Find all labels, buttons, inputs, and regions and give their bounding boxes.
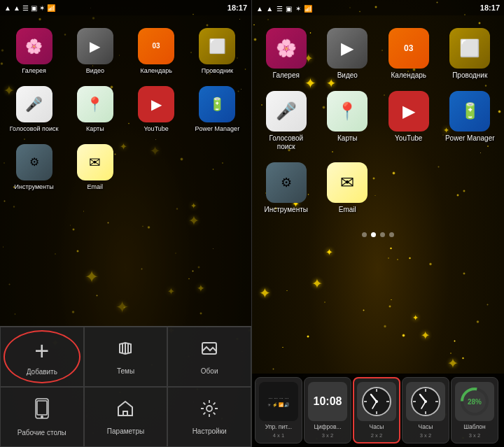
status-icons-left: ▲ ▲ ☰ ▣ ✶ 📶 [4,4,55,12]
menu-item-desktops[interactable]: Рабочие столы [0,387,84,447]
menu-item-params[interactable]: Параметры [84,387,168,447]
menu-item-settings[interactable]: Настройки [167,387,251,447]
widget-preview-clock-analog2 [406,382,445,421]
app-item-gallery-right[interactable]: 🌸Галерея [255,22,317,85]
app-label-maps-right: Карты [337,134,358,143]
widget-size-template: 3 x 2 [469,432,480,439]
app-item-maps-left[interactable]: 📍Карты [64,80,125,139]
widget-size-clock-analog: 2 x 2 [371,432,382,439]
menu-label-desktops: Рабочие столы [18,429,66,437]
app-item-files-left[interactable]: ⬜Проводник [187,22,248,80]
widget-label-clock-analog: Часы [370,423,384,430]
menu-label-settings: Настройки [192,427,227,435]
page-dot-1[interactable] [371,232,376,237]
app-item-video-left[interactable]: ▶Видео [64,22,125,80]
widget-preview-power-saving: ··· ··· ··· ··· ☀ ⚡ 📶 🔊 [259,382,298,421]
app-item-youtube-left[interactable]: ▶YouTube [126,80,187,139]
widget-preview-clock-digital: 10:08 [308,382,347,421]
menu-label-add: Добавить [27,368,57,376]
app-label-youtube-right: YouTube [395,134,422,143]
app-item-youtube-right[interactable]: ▶YouTube [378,85,440,157]
app-label-files-right: Проводник [452,71,487,80]
left-panel: ✦✦✦✦✦✦✦✦✦✦✦✦ ▲ ▲ ☰ ▣ ✶ 📶 18:17 🌸Галерея▶… [0,0,252,447]
app-label-powerman-right: Power Manager [445,134,495,143]
signal-icon-right: ▣ [286,5,292,13]
page-indicator [252,227,504,243]
svg-rect-2 [37,401,47,415]
status-time-left: 18:17 [227,3,247,12]
app-item-calendar-left[interactable]: 03 Календарь [126,22,187,80]
widget-label-clock-analog2: Часы [419,423,433,430]
app-label-calendar-right: Календарь [391,71,426,80]
menu-item-wallpaper[interactable]: Обои [167,327,251,387]
page-dot-3[interactable] [389,232,394,237]
widget-label-clock-digital: Цифров... [314,423,341,430]
menu-item-themes[interactable]: Темы [84,327,168,387]
app-label-video-left: Видео [86,67,104,75]
widget-template[interactable]: 28% Шаблон3 x 2 [451,377,498,444]
menu-label-params: Параметры [107,427,144,435]
app-item-tools-right[interactable]: ⚙Инструменты [255,157,317,220]
menu-icon-add: + [34,339,49,364]
bottom-menu: +Добавить Темы Обои Рабочие столы Параме… [0,326,251,447]
app-item-email-left[interactable]: ✉Email [64,139,125,197]
app-label-gallery-left: Галерея [22,67,46,75]
app-item-maps-right[interactable]: 📍Карты [317,85,379,157]
app-label-gallery-right: Галерея [273,71,300,80]
app-label-tools-right: Инструменты [265,206,308,214]
app-label-powerman-left: Power Manager [195,125,240,133]
app-item-voice-right[interactable]: 🎤Голосовой поиск [255,85,317,157]
widget-preview-template: 28% [455,382,494,421]
app-item-voice-left[interactable]: 🎤Голосовой поиск [4,80,64,139]
app-label-maps-left: Карты [86,125,104,133]
widget-size-power-saving: 4 x 1 [273,432,284,439]
svg-point-21 [424,400,427,403]
app-item-calendar-right[interactable]: 03 Календарь [378,22,440,85]
app-label-youtube-left: YouTube [144,125,168,133]
app-label-tools-left: Инструменты [15,183,54,191]
notification-icon-right: ▲ [256,5,263,13]
widget-clock-analog[interactable]: Часы2 x 2 [353,377,400,444]
widget-size-clock-analog2: 3 x 2 [420,432,431,439]
svg-point-3 [41,416,43,418]
notification-icon-left: ▲ [4,4,11,12]
signal-icon-left: ▣ [31,4,37,12]
app-label-files-left: Проводник [202,67,233,75]
menu-icon-desktops [32,397,52,425]
status-bar-right: ▲ ▲ ☰ ▣ ✶ 📶 18:17 [252,0,504,15]
right-panel: ✦✦✦✦✦✦✦✦✦✦✦✦ ▲ ▲ ☰ ▣ ✶ 📶 18:17 🌸Галерея▶… [252,0,504,447]
menu-label-wallpaper: Обои [201,367,218,375]
app-item-files-right[interactable]: ⬜Проводник [440,22,501,85]
page-dot-2[interactable] [380,232,385,237]
app-item-tools-left[interactable]: ⚙Инструменты [4,139,64,197]
menu-icon-wallpaper [200,339,219,363]
status-time-right: 18:17 [480,3,500,12]
svg-point-13 [375,400,378,403]
widget-row: ··· ··· ··· ··· ☀ ⚡ 📶 🔊 Упр. пит...4 x 1… [252,374,504,447]
menu-icon-params [115,399,135,423]
wifi-icon-left: 📶 [47,4,55,12]
app-item-video-right[interactable]: ▶Видео [317,22,379,85]
page-dot-0[interactable] [362,232,367,237]
sound-icon-right: ☰ [276,5,283,13]
sound-icon-left: ☰ [22,4,29,12]
app-label-calendar-left: Календарь [140,67,172,75]
app-item-gallery-left[interactable]: 🌸Галерея [4,22,64,80]
app-label-voice-right: Голосовой поиск [260,134,312,151]
svg-text:28%: 28% [468,398,482,406]
app-item-email-right[interactable]: ✉Email [317,157,379,220]
widget-label-power-saving: Упр. пит... [265,423,292,430]
widget-clock-analog2[interactable]: Часы3 x 2 [402,377,449,444]
widget-label-template: Шаблон [463,423,485,430]
menu-label-themes: Темы [117,367,134,375]
app-item-powerman-right[interactable]: 🔋Power Manager [440,85,501,157]
widget-power-saving[interactable]: ··· ··· ··· ··· ☀ ⚡ 📶 🔊 Упр. пит...4 x 1 [255,377,302,444]
svg-rect-4 [123,411,127,416]
status-bar-left: ▲ ▲ ☰ ▣ ✶ 📶 18:17 [0,0,251,15]
menu-item-add[interactable]: +Добавить [0,327,84,387]
bt-icon-left: ✶ [39,4,45,12]
app-label-email-right: Email [339,206,356,214]
app-item-powerman-left[interactable]: 🔋Power Manager [187,80,248,139]
widget-clock-digital[interactable]: 10:08Цифров...3 x 2 [304,377,351,444]
widget-preview-clock-analog [357,382,396,421]
